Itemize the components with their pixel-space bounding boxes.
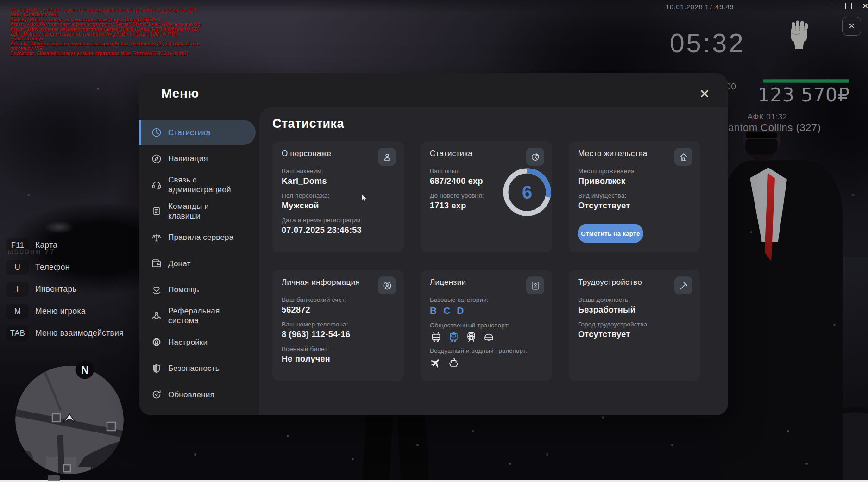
category-c: C: [443, 305, 450, 316]
field-registration: Дата и время регистрации:07.07.2025 23:4…: [282, 217, 397, 235]
stats-clock-icon: [151, 127, 162, 138]
game-screen: м500нн 77 Stanislav_Rosenfeld посажен в …: [0, 0, 868, 482]
sidebar-item-server-rules[interactable]: Правила сервера: [139, 224, 256, 250]
card-licenses: Лицензии Базовые категории: B C D Общест…: [421, 270, 552, 381]
public-transport-licenses: [430, 331, 546, 343]
level-ring-number: 6: [522, 182, 532, 202]
pedestrian-legs: [360, 415, 431, 482]
tram-icon: [447, 331, 460, 343]
sidebar-item-referral[interactable]: Реферальная система: [139, 303, 256, 329]
keybind-row: F11 Карта: [6, 234, 124, 257]
keybind-row: M Меню игрока: [6, 300, 124, 323]
captain-cap-icon: [483, 331, 495, 343]
level-progress-ring: 6: [500, 165, 554, 219]
keycap: U: [6, 260, 29, 275]
menu-content-panel: Статистика О персонаже Ваш никнейм:Karl_…: [259, 107, 728, 415]
character-mask: [745, 139, 778, 155]
player-name-tag: antom Collins (327): [728, 122, 821, 134]
updates-icon: [151, 389, 162, 400]
sidebar-item-commands[interactable]: Команды и клавиши: [139, 198, 256, 225]
air-water-transport-licenses: [430, 356, 546, 369]
sidebar-item-security[interactable]: Безопасность: [139, 355, 256, 382]
card-employment: Трудоустройство Ваша должность:Безработн…: [569, 270, 700, 381]
menu-title: Меню: [161, 86, 199, 101]
keycap: F11: [6, 238, 29, 253]
sidebar-item-navigation[interactable]: Навигация: [139, 146, 256, 172]
minimize-icon: [829, 6, 835, 6]
system-datetime: 10.01.2026 17:49:49: [666, 3, 734, 11]
window-close-button[interactable]: ✕: [857, 0, 868, 12]
mark-on-map-button[interactable]: Отметить на карте: [578, 224, 643, 243]
headset-icon: [151, 179, 162, 190]
category-b: B: [430, 305, 437, 316]
maximize-icon: [845, 3, 852, 9]
card-about-character: О персонаже Ваш никнейм:Karl_Doms Пол пе…: [272, 141, 404, 252]
person-circle-icon: [382, 281, 392, 291]
pickaxe-icon: [679, 281, 689, 291]
chat-line: Boccaccio_Clavarella кикнут администрато…: [10, 51, 202, 56]
field-gender: Пол персонажа:Мужской: [282, 192, 397, 211]
field-residence-city: Место проживания:Приволжск: [578, 168, 694, 186]
section-heading: Статистика: [272, 117, 344, 131]
card-residence: Место жительства Место проживания:Привол…: [569, 141, 700, 252]
sidebar-item-donate[interactable]: Донат: [139, 250, 256, 277]
field-exp: Ваш опыт:687/2400 exp: [430, 168, 499, 186]
field-job: Ваша должность:Безработный: [578, 296, 694, 315]
gear-icon: [151, 337, 162, 348]
commands-icon: [151, 206, 162, 217]
shield-icon: [151, 363, 162, 374]
license-categories: B C D: [430, 305, 546, 316]
pie-chart-icon: [530, 152, 541, 162]
field-phone-number: Ваш номер телефона:8 (963) 112-54-16: [282, 321, 397, 339]
health-bar: [763, 79, 849, 83]
keycap: I: [6, 282, 29, 297]
field-next-level: До нового уровня:1713 exp: [430, 192, 499, 211]
field-nickname: Ваш никнейм:Karl_Doms: [282, 168, 397, 186]
hud-close-button[interactable]: ✕: [842, 17, 861, 36]
category-d: D: [457, 305, 464, 316]
sidebar-item-help[interactable]: Помощь: [139, 277, 256, 303]
heart-hands-icon: [151, 284, 162, 295]
keybind-row: I Инвентарь: [6, 278, 124, 300]
ship-icon: [447, 356, 460, 369]
keycap: M: [6, 304, 29, 319]
train-icon: [465, 331, 478, 343]
menu-sidebar: Статистика Навигация Связь с администрац…: [139, 119, 256, 408]
keybind-hints: F11 Карта U Телефон I Инвентарь M Меню и…: [6, 234, 124, 344]
mouse-cursor: [361, 194, 369, 203]
sidebar-item-updates[interactable]: Обновления: [139, 382, 256, 408]
fist-icon: [786, 19, 811, 50]
id-card-icon: [530, 281, 541, 291]
keycap: TAB: [6, 326, 29, 341]
plane-icon: [427, 353, 445, 371]
wallet-icon: [151, 258, 162, 269]
window-minimize-button[interactable]: [824, 0, 840, 12]
bottom-bar: [0, 480, 868, 482]
sidebar-item-settings[interactable]: Настройки: [139, 329, 256, 356]
admin-chat-log: Stanislav_Rosenfeld посажен в тюрьму адм…: [10, 8, 202, 56]
field-job-city: Город трудоустройства:Отсутствует: [578, 321, 694, 339]
compass-north-label: N: [81, 364, 89, 376]
menu-close-button[interactable]: ✕: [695, 85, 714, 103]
afk-timer: АФК 01:32: [748, 113, 787, 122]
scales-icon: [151, 232, 162, 243]
money-counter: 123 570₽: [741, 84, 850, 106]
sidebar-item-admin-contact[interactable]: Связь с администрацией: [139, 172, 256, 198]
card-statistics: Статистика Ваш опыт:687/2400 exp До ново…: [421, 141, 552, 252]
menu-modal: Меню ✕ Статистика Навигация Связь с адми…: [139, 73, 728, 415]
compass-icon: [151, 153, 162, 164]
keybind-row: U Телефон: [6, 257, 124, 279]
window-maximize-button[interactable]: [841, 0, 856, 12]
car-headlight: [44, 221, 74, 234]
field-military-card: Военный билет:Не получен: [282, 345, 397, 364]
keybind-row: TAB Меню взаимодействия: [6, 322, 124, 344]
player-character: [719, 110, 868, 482]
sidebar-item-statistics[interactable]: Статистика: [139, 120, 256, 145]
window-titlebar: 10.01.2026 17:49:49 ✕: [0, 0, 868, 12]
trolleybus-icon: [430, 331, 442, 343]
home-icon: [679, 152, 689, 162]
field-property: Вид имущества:Отсутствует: [578, 192, 694, 211]
field-bank-account: Ваш банковский счет:562872: [282, 296, 397, 315]
game-clock: 05:32: [670, 28, 745, 58]
card-personal-info: Личная информация Ваш банковский счет:56…: [272, 270, 404, 381]
